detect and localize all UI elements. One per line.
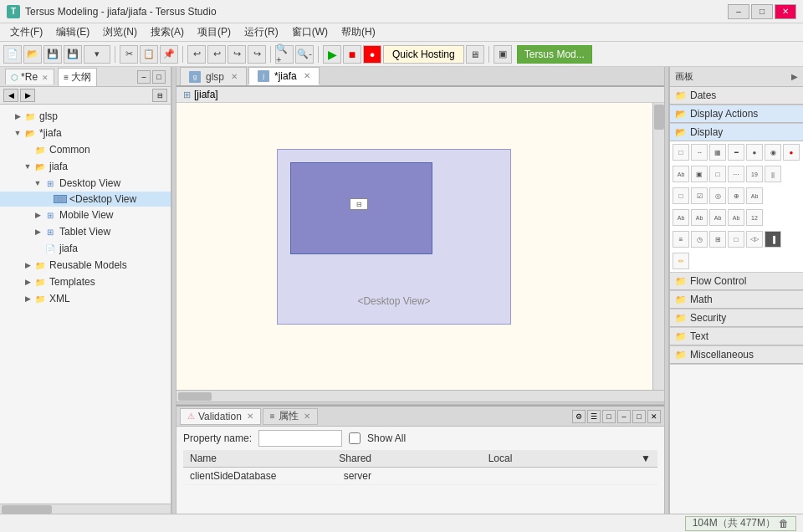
tree-item-jiafa[interactable]: ▼ 📂 *jiafa: [0, 125, 171, 141]
palette-item-list[interactable]: ≡: [673, 231, 689, 248]
palette-item-rect2[interactable]: □: [728, 231, 744, 248]
toolbar-btn1[interactable]: ▾: [84, 45, 110, 64]
palette-section-text-header[interactable]: 📁 Text: [670, 328, 803, 345]
palette-item-circle[interactable]: ●: [783, 144, 800, 161]
menu-help[interactable]: 帮助(H): [335, 23, 382, 41]
tab-properties[interactable]: ≡ 属性 ✕: [263, 408, 318, 425]
menu-project[interactable]: 项目(P): [191, 23, 238, 41]
palette-item-num[interactable]: 19: [746, 166, 763, 182]
palette-item-ab2[interactable]: Ab: [673, 209, 689, 226]
toolbar-record[interactable]: ●: [363, 45, 381, 64]
palette-item-radio-off[interactable]: ◉: [765, 144, 781, 161]
panel-min[interactable]: –: [137, 70, 151, 84]
palette-section-flow-header[interactable]: 📁 Flow Control: [670, 273, 803, 290]
palette-section-dates-header[interactable]: 📁 Dates: [670, 87, 803, 105]
tab-properties-close[interactable]: ✕: [304, 412, 310, 421]
palette-item-check2[interactable]: ☑: [691, 187, 708, 204]
tree-item-common[interactable]: ▶ 📁 Common: [0, 141, 171, 158]
toolbar-new[interactable]: 📄: [3, 45, 22, 64]
palette-item-12[interactable]: 12: [746, 209, 763, 226]
tree-item-glsp[interactable]: ▶ 📁 glsp: [0, 108, 171, 125]
tree-item-tabletview[interactable]: ▶ ⊞ Tablet View: [0, 223, 171, 240]
toolbar-undo2[interactable]: ↩: [207, 45, 226, 64]
panel-forward[interactable]: ▶: [20, 89, 35, 102]
h-scrollbar-thumb[interactable]: [178, 392, 212, 401]
tree-item-jiafa3[interactable]: ▶ 📄 jiafa: [0, 240, 171, 257]
palette-item-grid[interactable]: ▦: [709, 144, 726, 161]
tree-item-mobileview[interactable]: ▶ ⊞ Mobile View: [0, 207, 171, 223]
palette-item-dashed[interactable]: ╌: [691, 144, 708, 161]
tree-item-templates[interactable]: ▶ 📁 Templates: [0, 274, 171, 290]
palette-item-fill[interactable]: ▐: [765, 231, 781, 248]
palette-item-ab4[interactable]: Ab: [709, 209, 726, 226]
palette-section-math-header[interactable]: 📁 Math: [670, 291, 803, 309]
menu-browse[interactable]: 浏览(N): [96, 23, 144, 41]
palette-item-label[interactable]: Ab: [673, 166, 689, 182]
palette-item-circle2[interactable]: ◎: [709, 187, 726, 204]
panel-back[interactable]: ◀: [3, 89, 18, 102]
palette-item-checkbox[interactable]: ▣: [691, 166, 708, 182]
tab-re[interactable]: ⬡ *Re ✕: [5, 69, 54, 84]
toolbar-open[interactable]: 📂: [23, 45, 42, 64]
palette-item-rect[interactable]: □: [709, 166, 726, 182]
tab-outline[interactable]: ≡ 大纲: [58, 68, 97, 86]
tab-validation[interactable]: ⚠ Validation ✕: [180, 408, 261, 425]
palette-item-pencil[interactable]: ✏: [673, 253, 689, 269]
palette-item-input[interactable]: □: [673, 187, 689, 204]
tab-glsp[interactable]: g glsp ✕: [180, 67, 247, 85]
table-row[interactable]: clientSideDatabase server: [183, 468, 657, 485]
toolbar-paste[interactable]: 📌: [160, 45, 178, 64]
close-button[interactable]: ✕: [775, 4, 796, 19]
quick-hosting-button[interactable]: Quick Hosting: [383, 45, 464, 64]
palette-section-display-actions-header[interactable]: 📂 Display Actions: [670, 105, 803, 123]
bottom-ctrl2[interactable]: ☰: [587, 410, 601, 423]
toolbar-redo2[interactable]: ↪: [248, 45, 266, 64]
palette-item-line[interactable]: ━: [728, 144, 744, 161]
right-panel-expand[interactable]: ▶: [791, 72, 798, 81]
bottom-ctrl1[interactable]: ⚙: [572, 410, 586, 423]
property-name-input[interactable]: [258, 430, 342, 447]
menu-file[interactable]: 文件(F): [3, 23, 49, 41]
show-all-checkbox[interactable]: [349, 432, 361, 444]
tree-item-desktopview-sel[interactable]: ▶ □ <Desktop View: [0, 192, 171, 207]
canvas-bg[interactable]: ⊟ <Desktop View>: [176, 103, 652, 390]
left-scrollbar-thumb[interactable]: [2, 505, 52, 514]
tree-item-desktopview[interactable]: ▼ ⊞ Desktop View: [0, 175, 171, 192]
toolbar-run[interactable]: ▶: [323, 45, 341, 64]
tab-glsp-close[interactable]: ✕: [231, 72, 238, 81]
palette-item-ab5[interactable]: Ab: [728, 209, 744, 226]
panel-collapse-all[interactable]: ⊟: [152, 89, 167, 102]
menu-edit[interactable]: 编辑(E): [49, 23, 96, 41]
toolbar-undo[interactable]: ↩: [187, 45, 206, 64]
palette-item-arrows[interactable]: ◁▷: [746, 231, 763, 248]
toolbar-zoom-out[interactable]: 🔍-: [295, 45, 314, 64]
h-scrollbar[interactable]: [176, 390, 664, 402]
toolbar-cut[interactable]: ✂: [120, 45, 138, 64]
palette-item-ab[interactable]: Ab: [746, 187, 763, 204]
toolbar-redo[interactable]: ↪: [228, 45, 246, 64]
menu-search[interactable]: 搜索(A): [144, 23, 191, 41]
left-panel-scrollbar[interactable]: [0, 504, 171, 514]
tab-validation-close[interactable]: ✕: [247, 412, 253, 421]
v-scrollbar[interactable]: [652, 103, 664, 390]
palette-item-radio-on[interactable]: ●: [746, 144, 763, 161]
palette-section-security-header[interactable]: 📁 Security: [670, 309, 803, 327]
tab-jiafa[interactable]: j *jiafa ✕: [248, 67, 320, 85]
desktop-view-outer[interactable]: ⊟ <Desktop View>: [277, 149, 511, 325]
palette-section-misc-header[interactable]: 📁 Miscellaneous: [670, 346, 803, 364]
palette-section-display-header[interactable]: 📂 Display: [670, 124, 803, 141]
palette-item-clock[interactable]: ◷: [691, 231, 708, 248]
palette-item-button[interactable]: □: [673, 144, 689, 161]
toolbar-save2[interactable]: 💾: [64, 45, 82, 64]
tersus-mod-button[interactable]: Tersus Mod...: [517, 45, 592, 64]
bottom-ctrl3[interactable]: □: [602, 410, 616, 423]
bottom-ctrl5[interactable]: □: [632, 410, 646, 423]
minimize-button[interactable]: –: [728, 4, 749, 19]
v-scrollbar-thumb[interactable]: [654, 105, 664, 130]
bottom-ctrl6[interactable]: ✕: [647, 410, 661, 423]
palette-item-dots[interactable]: ⋯: [728, 166, 744, 182]
menu-window[interactable]: 窗口(W): [285, 23, 335, 41]
toolbar-zoom-in[interactable]: 🔍+: [275, 45, 294, 64]
palette-item-plus-box[interactable]: ⊞: [709, 231, 726, 248]
tree-item-jiafa2[interactable]: ▼ 📂 jiafa: [0, 158, 171, 175]
